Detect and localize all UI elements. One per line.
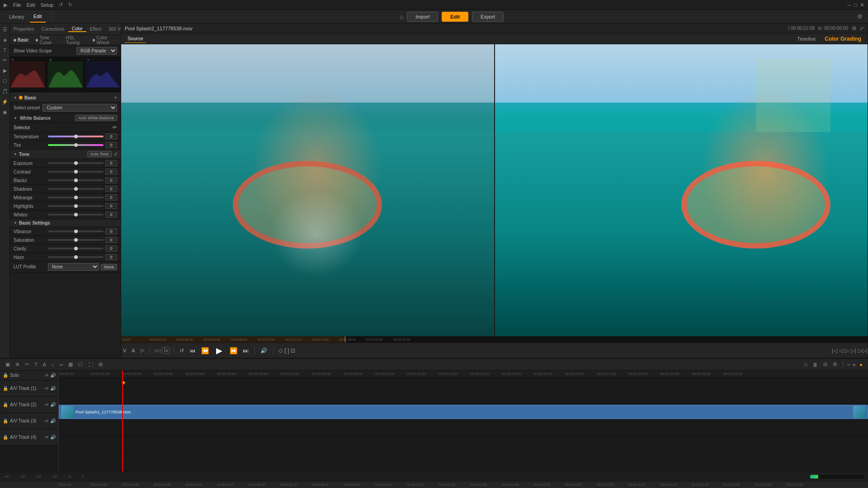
tl-tool-select[interactable]: ▣ xyxy=(4,361,12,368)
midrange-value[interactable] xyxy=(105,194,117,201)
nav-tab-edit[interactable]: Edit xyxy=(30,11,46,23)
track2-clip[interactable]: Pool Splash2_117778538.mov xyxy=(59,405,868,419)
track4-audio-icon[interactable]: 🔊 xyxy=(50,435,56,440)
transport-marker[interactable]: ◇ xyxy=(278,347,283,354)
tab-color-grading[interactable]: Color Grading xyxy=(822,34,864,43)
menu-setup[interactable]: Setup xyxy=(41,2,54,8)
tl-zoom-out[interactable]: − xyxy=(847,361,850,368)
tl-tool-2[interactable]: ⊕ xyxy=(14,361,21,368)
tab-source[interactable]: Source xyxy=(125,34,146,43)
highlights-slider-track[interactable] xyxy=(48,205,104,207)
track2-audio-icon[interactable]: 🔊 xyxy=(50,402,56,407)
transport-mode-v[interactable]: V xyxy=(121,347,128,354)
subtab-hsl[interactable]: HSL Tuning xyxy=(62,35,89,45)
haze-slider-track[interactable] xyxy=(48,256,104,258)
clarity-value[interactable] xyxy=(105,245,117,252)
transport-mode-a[interactable]: A xyxy=(130,347,137,354)
subtab-basic[interactable]: Basic xyxy=(10,38,32,42)
vibrance-slider-track[interactable] xyxy=(48,230,104,232)
viewer-skip-fwd[interactable]: ▷| xyxy=(851,347,856,354)
sidebar-icon-6[interactable]: ⬡ xyxy=(1,77,9,85)
sidebar-icon-2[interactable]: ◈ xyxy=(2,36,8,44)
shadows-value[interactable] xyxy=(105,186,117,192)
nav-tab-library[interactable]: Library xyxy=(5,11,28,22)
exposure-value[interactable] xyxy=(105,160,117,166)
tint-value[interactable] xyxy=(105,142,117,148)
transport-inout[interactable]: [ ] xyxy=(284,347,289,354)
tab-effect[interactable]: Effect xyxy=(86,27,105,32)
pb-timeline[interactable]: 00:00 00:00:02:00 00:00:04:00 00:00:06:0… xyxy=(121,336,868,343)
sidebar-icon-7[interactable]: 🎵 xyxy=(0,87,9,96)
export-button[interactable]: Export xyxy=(472,12,504,22)
track4-link-icon[interactable]: ⇄ xyxy=(45,435,48,440)
sidebar-icon-3[interactable]: T xyxy=(2,46,8,54)
preset-dropdown[interactable]: Custom None xyxy=(42,104,117,112)
highlights-value[interactable] xyxy=(105,203,117,209)
sidebar-icon-9[interactable]: ◉ xyxy=(1,108,9,117)
track4-content[interactable] xyxy=(59,436,868,453)
transport-skip-start[interactable]: ⏮ xyxy=(188,346,198,355)
viewer-icon-expand[interactable]: ⤢ xyxy=(859,25,864,32)
win-close[interactable]: ✕ xyxy=(860,2,864,8)
win-maximize[interactable]: □ xyxy=(854,2,857,8)
tint-slider-track[interactable] xyxy=(48,144,104,146)
solo-audio-icon[interactable]: 🔊 xyxy=(50,373,56,378)
track3-content[interactable] xyxy=(59,420,868,436)
nav-home-icon[interactable]: ⌂ xyxy=(400,13,403,20)
midrange-slider-track[interactable] xyxy=(48,197,104,198)
track2-content[interactable]: Pool Splash2_117778538.mov xyxy=(59,404,868,420)
track1-lock-icon[interactable]: 🔒 xyxy=(3,386,8,391)
transport-mode-arrow[interactable]: ▷ xyxy=(139,347,146,354)
vibrance-value[interactable] xyxy=(105,228,117,235)
tl-tool-5[interactable]: ↕ xyxy=(50,361,56,368)
track4-lock-icon[interactable]: 🔒 xyxy=(3,435,8,440)
settings-icon[interactable]: ⚙ xyxy=(857,13,863,20)
transport-step-fwd[interactable]: ⏩ xyxy=(228,346,239,355)
tl-tool-4[interactable]: A xyxy=(41,361,48,368)
tl-tool-10[interactable]: ⊞ xyxy=(97,361,104,368)
selector-eyedropper-icon[interactable]: ✏ xyxy=(113,124,117,131)
lut-dropdown[interactable]: None xyxy=(48,263,99,271)
tl-settings-btn[interactable]: ⚙ xyxy=(831,361,839,368)
viewer-icon-settings[interactable]: ⚙ xyxy=(852,25,857,32)
subtab-tonecurve[interactable]: Tone Curve xyxy=(32,35,62,45)
transport-skip-end[interactable]: ⏭ xyxy=(241,346,251,355)
viewer-back[interactable]: ◁ xyxy=(839,347,843,354)
menu-edit[interactable]: Edit xyxy=(27,2,35,8)
basic-expand[interactable]: + xyxy=(114,94,117,101)
transport-loop[interactable]: ↺ xyxy=(178,347,186,355)
tone-reset-icon[interactable]: ↺ xyxy=(113,152,117,157)
track3-audio-icon[interactable]: 🔊 xyxy=(50,418,56,423)
tl-tool-6[interactable]: ═ xyxy=(58,361,65,368)
viewer-skip-end2[interactable]: ▷▷| xyxy=(858,347,868,354)
track3-lock-icon[interactable]: 🔒 xyxy=(3,418,8,423)
solo-link-icon[interactable]: ⇄ xyxy=(45,373,48,378)
tl-marker-btn[interactable]: ◇ xyxy=(802,361,809,368)
blacks-slider-track[interactable] xyxy=(48,179,104,181)
transport-extra[interactable]: ⊡ xyxy=(291,347,295,354)
tab-timeline-right[interactable]: Timeline xyxy=(794,35,818,43)
tab-color[interactable]: Color xyxy=(68,26,86,32)
contrast-value[interactable] xyxy=(105,169,117,175)
sidebar-icon-8[interactable]: ⚡ xyxy=(0,98,9,106)
track2-lock-icon[interactable]: 🔒 xyxy=(3,402,8,407)
track1-link-icon[interactable]: ⇄ xyxy=(45,386,48,391)
tab-corrections[interactable]: Corrections xyxy=(38,27,68,32)
transport-play[interactable]: ▶ xyxy=(212,345,226,357)
toolbar-icon-1[interactable]: ↺ xyxy=(59,2,63,8)
whites-slider-track[interactable] xyxy=(48,214,104,216)
exposure-slider-track[interactable] xyxy=(48,162,104,164)
edit-button[interactable]: Edit xyxy=(442,12,468,22)
saturation-slider-track[interactable] xyxy=(48,239,104,241)
tab-360[interactable]: 360 Video xyxy=(105,27,121,32)
tl-tool-9[interactable]: ⛶ xyxy=(86,361,95,368)
tl-tool-3[interactable]: ✂ xyxy=(23,361,31,368)
track1-content[interactable] xyxy=(59,388,868,404)
sidebar-icon-5[interactable]: ▶ xyxy=(2,66,8,75)
subtab-colorwheel[interactable]: Color Wheel xyxy=(89,35,121,45)
scope-dropdown[interactable]: RGB Parade Waveform Histogram xyxy=(76,47,117,55)
tl-split-btn[interactable]: ⊟ xyxy=(821,361,829,368)
blacks-value[interactable] xyxy=(105,177,117,183)
viewer-fwd[interactable]: ▷ xyxy=(845,347,849,354)
menu-file[interactable]: File xyxy=(13,2,21,8)
